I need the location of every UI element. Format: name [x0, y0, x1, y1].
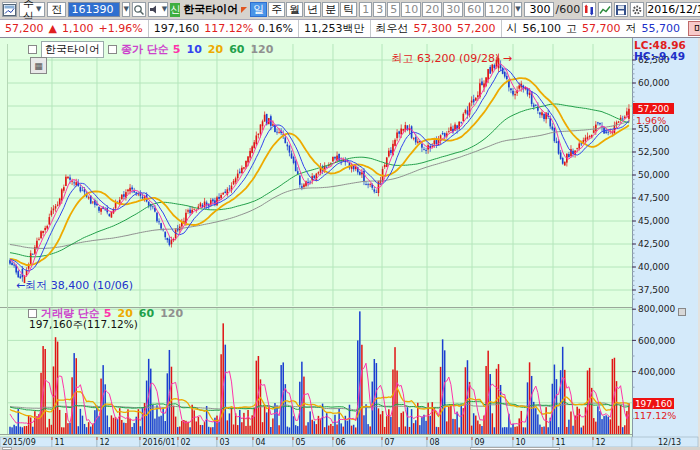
svg-text:52,500: 52,500: [638, 147, 670, 157]
stock-name-label: 한국타이어: [182, 2, 239, 17]
volume-value: 197,160: [154, 22, 200, 35]
price-ma-5-label: 5: [173, 43, 181, 56]
grid-tool-button[interactable]: ▦: [30, 57, 47, 74]
period-tab-일[interactable]: 일: [250, 2, 267, 17]
current-volume-badge: 197,160: [633, 398, 674, 409]
code-dropdown-button[interactable]: ▼: [122, 2, 129, 17]
svg-text:07: 07: [385, 438, 395, 447]
search-button[interactable]: [132, 2, 146, 17]
volume-ma-60-label: 60: [139, 307, 154, 320]
svg-text:12: 12: [596, 438, 606, 447]
quote-bar: 57,200 ▲ 1,100 +1.96% 197,160 117.12% 0.…: [0, 19, 700, 38]
stock-code-input[interactable]: [68, 2, 120, 17]
legend-stock-label: 한국타이어: [41, 41, 104, 58]
minute-button-20[interactable]: 20: [422, 2, 442, 17]
best-label: 최우선: [376, 21, 409, 36]
period-tab-월[interactable]: 월: [286, 2, 303, 17]
high-label: 고: [566, 21, 577, 36]
chart-plot[interactable]: 62,50060,00055,00052,50050,00047,50045,0…: [0, 38, 700, 450]
minute-button-120[interactable]: 120: [485, 2, 512, 17]
minute-button-group: 13510203060120: [359, 2, 512, 17]
current-price-badge: 57,200: [633, 103, 674, 114]
speaker-button[interactable]: ▼: [148, 2, 168, 17]
settings-button[interactable]: [630, 2, 644, 17]
price-ma-60-label: 60: [229, 43, 244, 56]
svg-text:800,000: 800,000: [638, 304, 675, 314]
volume-readout: 197,160주(117.12%): [29, 318, 138, 332]
chart-date-input[interactable]: [646, 2, 700, 17]
low-annotation: ←최저 38,400 (10/06): [16, 278, 133, 293]
svg-text:12/13: 12/13: [658, 438, 681, 447]
line-chart-icon: [599, 4, 611, 16]
period-tab-주[interactable]: 주: [268, 2, 285, 17]
toolbar: 주식 ▼ 전 ▼ ▼ 신 한국타이어 일주월년분틱 13510203060120…: [0, 0, 700, 19]
svg-text:02: 02: [180, 438, 190, 447]
svg-text:06: 06: [335, 438, 345, 447]
window-icon[interactable]: [2, 2, 17, 17]
svg-text:05: 05: [295, 438, 305, 447]
period-tab-분[interactable]: 분: [322, 2, 339, 17]
chevron-down-icon: ▼: [162, 3, 167, 16]
price-ma-legend-label: 종가 단순: [121, 42, 169, 57]
svg-text:11: 11: [54, 438, 64, 447]
legend-checkbox[interactable]: [108, 45, 117, 54]
svg-text:04: 04: [255, 438, 265, 447]
high-price: 57,700: [582, 22, 621, 35]
svg-text:37,500: 37,500: [638, 285, 670, 295]
current-price-pct: 1.96%: [636, 115, 666, 126]
save-icon: [615, 4, 627, 16]
bar-count-max-label: /600: [556, 3, 581, 16]
search-icon: [133, 4, 145, 16]
price-change-segment: 57,200 ▲ 1,100 +1.96%: [0, 20, 149, 37]
svg-text:40,000: 40,000: [638, 262, 670, 272]
minute-button-1[interactable]: 1: [359, 2, 372, 17]
chevron-down-icon: ▼: [36, 3, 41, 16]
svg-text:08: 08: [430, 438, 440, 447]
price-change: 1,100: [62, 22, 94, 35]
minute-button-60[interactable]: 60: [464, 2, 484, 17]
bar-count-input[interactable]: [524, 2, 554, 17]
low-price: 55,700: [642, 22, 681, 35]
open-label: 시: [507, 21, 518, 36]
current-price: 57,200: [5, 22, 44, 35]
minute-button-5[interactable]: 5: [387, 2, 400, 17]
open-price: 56,100: [523, 22, 562, 35]
best-ask: 57,300: [414, 22, 453, 35]
volume-pane-collapse-button[interactable]: [678, 308, 686, 316]
stock-flag-icon: [241, 7, 247, 13]
svg-text:42,500: 42,500: [638, 239, 670, 249]
svg-text:10: 10: [516, 438, 526, 447]
interval-dropdown[interactable]: ▼: [514, 2, 521, 17]
new-listing-badge: 신: [170, 3, 180, 17]
best-quote-segment: 최우선 57,300 57,200: [371, 20, 502, 37]
price-legend: 한국타이어 종가 단순 5102060120: [28, 41, 273, 58]
trade-value: 11,253백만: [304, 21, 365, 36]
asset-type-select[interactable]: 주식 ▼: [19, 2, 45, 17]
minute-button-10[interactable]: 10: [401, 2, 421, 17]
up-arrow-icon: ▲: [49, 22, 57, 35]
minute-button-3[interactable]: 3: [373, 2, 386, 17]
legend-checkbox[interactable]: [28, 45, 37, 54]
minute-button-30[interactable]: 30: [443, 2, 463, 17]
low-label: 저: [626, 21, 637, 36]
save-button[interactable]: [614, 2, 628, 17]
speaker-icon: [149, 4, 160, 15]
svg-text:11: 11: [556, 438, 566, 447]
value-segment: 11,253백만: [299, 20, 371, 37]
period-tab-틱[interactable]: 틱: [340, 2, 357, 17]
best-bid: 57,200: [457, 22, 496, 35]
legend-checkbox[interactable]: [28, 309, 37, 318]
buy-button[interactable]: 매수: [688, 21, 700, 36]
line-chart-button[interactable]: [598, 2, 612, 17]
svg-text:400,000: 400,000: [638, 367, 675, 377]
date-axis[interactable]: 2015/0911122016/010203040506070809101112…: [0, 437, 698, 447]
volume-ratio: 117.12%: [204, 22, 253, 35]
settings-gear-icon: [631, 4, 643, 16]
chart-area[interactable]: 62,50060,00055,00052,50050,00047,50045,0…: [0, 38, 700, 450]
price-ma-10-label: 10: [187, 43, 202, 56]
market-scope-button[interactable]: 전: [47, 2, 66, 17]
svg-text:12: 12: [99, 438, 109, 447]
svg-text:2016/01: 2016/01: [142, 438, 175, 447]
period-tab-년[interactable]: 년: [304, 2, 321, 17]
compare-chart-button[interactable]: [582, 2, 596, 17]
